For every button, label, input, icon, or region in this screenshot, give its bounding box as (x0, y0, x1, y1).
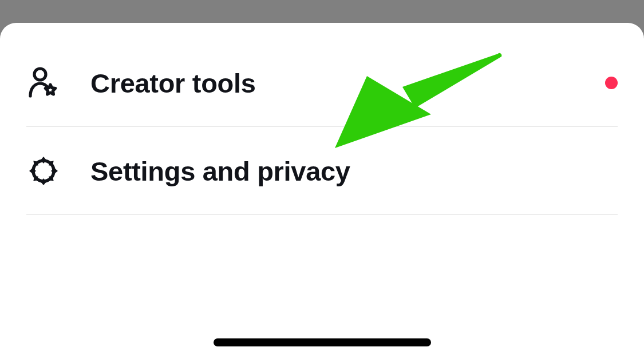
gear-icon (26, 154, 61, 188)
menu-item-label: Creator tools (90, 67, 256, 99)
menu-item-creator-tools[interactable]: Creator tools (0, 39, 644, 127)
svg-point-0 (34, 69, 46, 80)
svg-point-1 (33, 161, 54, 181)
home-indicator (214, 338, 431, 346)
menu-item-settings-privacy[interactable]: Settings and privacy (0, 127, 644, 215)
menu-item-label: Settings and privacy (90, 155, 350, 187)
creator-tools-icon (26, 66, 61, 100)
bottom-sheet: Creator tools Settings and privacy (0, 23, 644, 359)
notification-dot (605, 77, 618, 89)
